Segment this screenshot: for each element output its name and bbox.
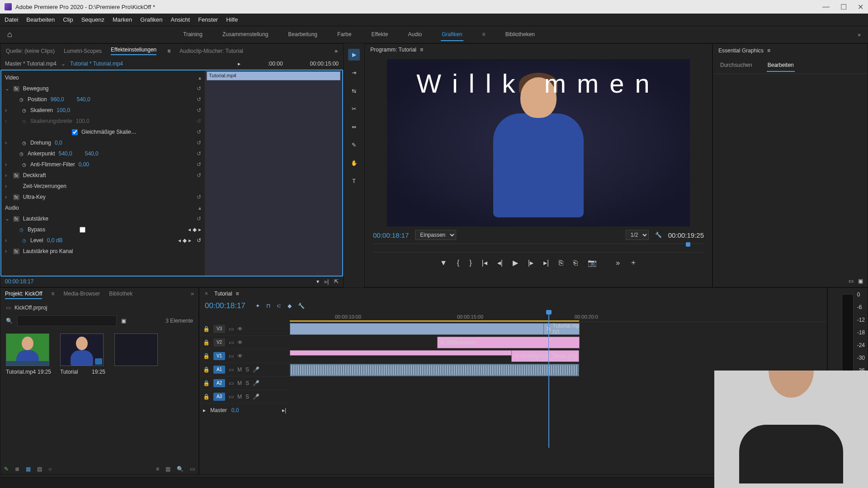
prev-kf-icon[interactable]: ◂: [188, 226, 191, 233]
menu-fenster[interactable]: Fenster: [198, 16, 218, 23]
auto-seq-icon[interactable]: ▥: [165, 466, 170, 472]
ec-lpk[interactable]: Lautstärke pro Kanal: [23, 248, 73, 254]
chevron-down-icon[interactable]: ⌄: [61, 61, 66, 67]
program-video-canvas[interactable]: Willk mmen: [387, 59, 690, 226]
prev-kf-icon[interactable]: ◂: [178, 237, 181, 244]
twirl-deckkraft[interactable]: ›: [5, 172, 9, 178]
twirl-skalieren[interactable]: ›: [5, 107, 9, 113]
scroll-up-icon[interactable]: ▴: [198, 205, 201, 211]
mute-icon[interactable]: M: [237, 380, 242, 386]
scroll-up-icon[interactable]: ▴: [198, 75, 201, 81]
playhead-line[interactable]: [548, 322, 549, 417]
antiflimmer-val[interactable]: 0,00: [79, 161, 101, 168]
voice-icon[interactable]: 🎤: [253, 394, 259, 400]
menu-sequenz[interactable]: Sequenz: [81, 16, 104, 23]
ec-bewegung[interactable]: Bewegung: [23, 85, 49, 92]
twirl-ultrakey[interactable]: ›: [5, 194, 9, 200]
clip-v3[interactable]: [290, 323, 569, 335]
tab-effekteinstellungen[interactable]: Effekteinstellungen: [111, 47, 156, 55]
fx-badge-icon[interactable]: fx: [13, 194, 19, 200]
clip-v2[interactable]: fxWillkommen: [437, 337, 580, 348]
panel-menu-icon[interactable]: ≡: [51, 291, 54, 299]
type-tool-icon[interactable]: T: [348, 175, 360, 187]
stopwatch-active-icon[interactable]: ◷: [19, 227, 24, 232]
ec-ultrakey[interactable]: Ultra-Key: [23, 194, 46, 200]
menu-marken[interactable]: Marken: [113, 16, 132, 23]
new-layer-icon[interactable]: ▭: [849, 278, 854, 284]
clip-a1[interactable]: [290, 364, 579, 376]
new-bin-icon[interactable]: ▭: [190, 466, 195, 472]
menu-grafiken[interactable]: Grafiken: [140, 16, 162, 23]
ws-bearbeitung[interactable]: Bearbeitung: [287, 28, 318, 41]
tab-projekt[interactable]: Projekt: KickOff: [5, 291, 42, 299]
reset-icon[interactable]: ↺: [197, 216, 201, 222]
panel-menu-icon[interactable]: ≡: [420, 47, 423, 53]
ripple-edit-icon[interactable]: ⇆: [348, 85, 360, 97]
close-icon[interactable]: ✕: [858, 3, 863, 11]
snap-icon[interactable]: ✦: [255, 303, 260, 309]
minimize-icon[interactable]: —: [822, 3, 830, 11]
go-out-icon[interactable]: ▸|: [543, 258, 549, 267]
menu-hilfe[interactable]: Hilfe: [226, 16, 238, 23]
add-kf-icon[interactable]: ◆: [193, 226, 197, 233]
lift-icon[interactable]: ⎘: [559, 259, 563, 267]
mark-in-icon[interactable]: {: [457, 259, 459, 267]
step-back-icon[interactable]: ◂|: [497, 258, 503, 267]
sync-lock-icon[interactable]: ▭: [229, 339, 234, 346]
ec-mini-play-icon[interactable]: ▸: [238, 61, 241, 67]
linked-sel-icon[interactable]: ⊂: [277, 303, 281, 309]
work-area-bar[interactable]: [290, 320, 579, 322]
add-kf-icon[interactable]: ◆: [183, 237, 187, 244]
twirl-zeit[interactable]: ›: [5, 183, 9, 189]
solo-icon[interactable]: S: [245, 394, 249, 400]
project-item[interactable]: Tutorial19:25: [60, 333, 105, 375]
slip-tool-icon[interactable]: ⇔: [348, 121, 360, 133]
anker-y[interactable]: 540,0: [85, 150, 108, 157]
fit-dropdown[interactable]: Einpassen: [415, 230, 456, 240]
sync-lock-icon[interactable]: ▭: [229, 353, 234, 359]
filter-icon[interactable]: ▾: [316, 278, 319, 285]
anker-x[interactable]: 540,0: [59, 150, 81, 157]
lock-icon[interactable]: 🔒: [203, 394, 210, 400]
eg-tab-edit[interactable]: Bearbeiten: [767, 59, 795, 72]
voice-icon[interactable]: 🎤: [253, 380, 259, 386]
go-in-icon[interactable]: |◂: [482, 258, 487, 267]
button-overflow-icon[interactable]: »: [616, 259, 620, 267]
fx-badge-icon[interactable]: fx: [13, 216, 19, 222]
reset-icon[interactable]: ↺: [197, 129, 201, 135]
magnet-icon[interactable]: ⊓: [266, 303, 270, 309]
drehung-val[interactable]: 0,0: [55, 140, 77, 146]
filter-bin-icon[interactable]: ▣: [121, 318, 126, 324]
track-select-icon[interactable]: ⇥: [348, 67, 360, 79]
twirl-bewegung[interactable]: ⌄: [5, 85, 9, 92]
master-val[interactable]: 0,0: [231, 407, 239, 413]
lock-icon[interactable]: 🔒: [203, 353, 210, 359]
sequence-name[interactable]: Tutorial: [214, 291, 232, 297]
panel-menu-icon[interactable]: ≡: [767, 47, 770, 54]
ec-master-clip[interactable]: Master * Tutorial.mp4: [5, 61, 57, 67]
expand-icon[interactable]: ▸: [203, 407, 206, 413]
wrench-icon[interactable]: 🔧: [655, 232, 662, 238]
voice-icon[interactable]: 🎤: [253, 366, 259, 373]
ec-zeit[interactable]: Zeit-Verzerrungen: [23, 183, 66, 189]
playhead-icon[interactable]: [686, 242, 690, 247]
reset-icon[interactable]: ↺: [197, 85, 201, 92]
stopwatch-icon[interactable]: ◷: [19, 151, 24, 156]
ec-mini-clip[interactable]: Tutorial.mp4: [207, 71, 340, 80]
stopwatch-icon[interactable]: ◷: [22, 141, 27, 145]
project-search-input[interactable]: [17, 315, 117, 326]
position-y[interactable]: 540,0: [77, 96, 99, 103]
clip-v3-label[interactable]: fxTutorial.mp4 [V]: [543, 323, 580, 335]
twirl-lpk[interactable]: ›: [5, 248, 9, 254]
track-a1[interactable]: A1: [213, 366, 225, 374]
play-only-icon[interactable]: ▹|: [325, 278, 329, 285]
reset-icon[interactable]: ↺: [197, 172, 201, 178]
extract-icon[interactable]: ⎗: [573, 259, 578, 267]
reset-icon[interactable]: ↺: [197, 161, 201, 168]
solo-icon[interactable]: S: [245, 366, 249, 373]
timeline-ruler[interactable]: 00:00:10:00 00:00:15:00 00:00:20:0: [290, 312, 827, 322]
project-item[interactable]: [114, 333, 160, 375]
step-fwd-icon[interactable]: |▸: [528, 258, 533, 267]
lock-icon[interactable]: 🔒: [203, 380, 210, 386]
find-icon[interactable]: 🔍: [177, 466, 184, 472]
